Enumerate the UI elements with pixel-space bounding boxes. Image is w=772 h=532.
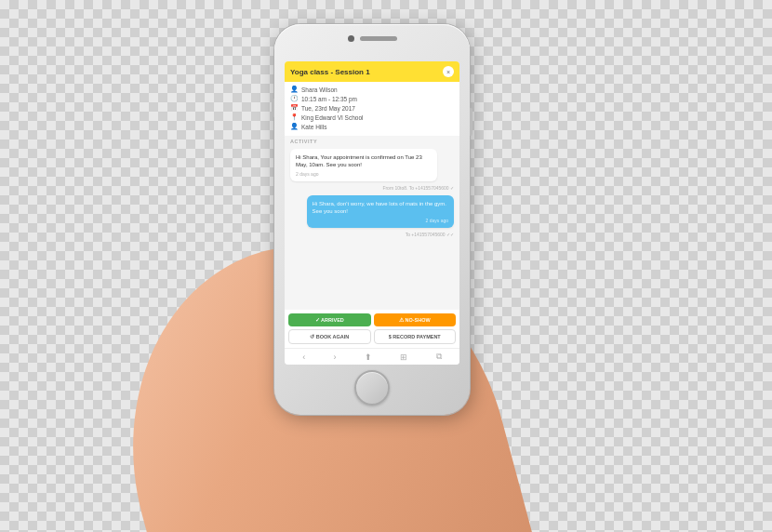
payment-label: $ RECORD PAYMENT [389, 334, 441, 339]
scene: Yoga class - Session 1 × 👤 Shara Wilson … [163, 6, 609, 526]
info-section: 👤 Shara Wilson 🕐 10:15 am - 12:35 pm 📅 T… [285, 82, 459, 136]
volume-button [272, 99, 274, 117]
session-location: King Edward VI School [301, 114, 363, 121]
message-outgoing: Hi Shara, don't worry, we have lots of m… [307, 195, 454, 228]
action-buttons: ✓ ARRIVED ⚠ NO-SHOW ↺ BOOK AGAIN $ RECOR… [285, 310, 459, 348]
message-text-1: Hi Shara, Your appointment is confirmed … [296, 153, 432, 169]
sender-info: From 10to8. To +141557045600 ✓ [290, 185, 454, 191]
phone-top [274, 24, 470, 52]
instructor-icon: 👤 [290, 123, 298, 130]
arrived-label: ✓ ARRIVED [315, 317, 344, 323]
location-icon: 📍 [290, 113, 298, 121]
info-date-row: 📅 Tue, 23rd May 2017 [290, 104, 454, 112]
message-time-2: 2 days ago [313, 218, 448, 223]
session-title: Yoga class - Session 1 [290, 68, 370, 76]
speaker [360, 36, 397, 41]
home-button[interactable] [354, 370, 390, 406]
book-again-button[interactable]: ↺ BOOK AGAIN [288, 329, 371, 344]
person-icon: 👤 [290, 86, 298, 93]
clock-icon: 🕐 [290, 95, 298, 102]
info-person-row: 👤 Shara Wilson [290, 86, 454, 93]
info-time-row: 🕐 10:15 am - 12:35 pm [290, 95, 454, 102]
close-button[interactable]: × [443, 66, 454, 77]
person-name: Shara Wilson [301, 86, 338, 93]
message-text-2: Hi Shara, don't worry, we have lots of m… [313, 200, 448, 216]
front-camera [348, 35, 354, 42]
session-time: 10:15 am - 12:35 pm [301, 96, 357, 102]
activity-label: ACTIVITY [285, 136, 459, 145]
info-instructor-row: 👤 Kate Hills [290, 123, 454, 130]
title-bar: Yoga class - Session 1 × [285, 61, 459, 82]
nav-forward-icon[interactable]: › [334, 352, 337, 362]
recipient-info: To +141557045600 ✓✓ [290, 232, 454, 237]
phone-screen-wrapper: Yoga class - Session 1 × 👤 Shara Wilson … [285, 61, 459, 365]
nav-tabs-icon[interactable]: ⧉ [436, 352, 442, 362]
message-incoming: Hi Shara, Your appointment is confirmed … [290, 149, 437, 181]
nav-bookmarks-icon[interactable]: ⊞ [400, 352, 407, 362]
nav-back-icon[interactable]: ‹ [302, 352, 305, 362]
messages-area: Hi Shara, Your appointment is confirmed … [285, 145, 459, 310]
instructor-name: Kate Hills [301, 124, 326, 130]
info-location-row: 📍 King Edward VI School [290, 113, 454, 121]
noshow-button[interactable]: ⚠ NO-SHOW [374, 313, 457, 326]
message-time-1: 2 days ago [296, 171, 432, 177]
arrived-button[interactable]: ✓ ARRIVED [288, 313, 371, 326]
noshow-label: ⚠ NO-SHOW [399, 317, 431, 323]
bottom-nav: ‹ › ⬆ ⊞ ⧉ [285, 348, 459, 365]
session-date: Tue, 23rd May 2017 [301, 105, 355, 112]
power-button [470, 108, 473, 136]
book-label: ↺ BOOK AGAIN [310, 334, 349, 339]
phone: Yoga class - Session 1 × 👤 Shara Wilson … [274, 24, 470, 415]
nav-share-icon[interactable]: ⬆ [365, 352, 372, 362]
calendar-icon: 📅 [290, 104, 298, 112]
record-payment-button[interactable]: $ RECORD PAYMENT [374, 329, 457, 344]
phone-screen: Yoga class - Session 1 × 👤 Shara Wilson … [285, 61, 459, 365]
